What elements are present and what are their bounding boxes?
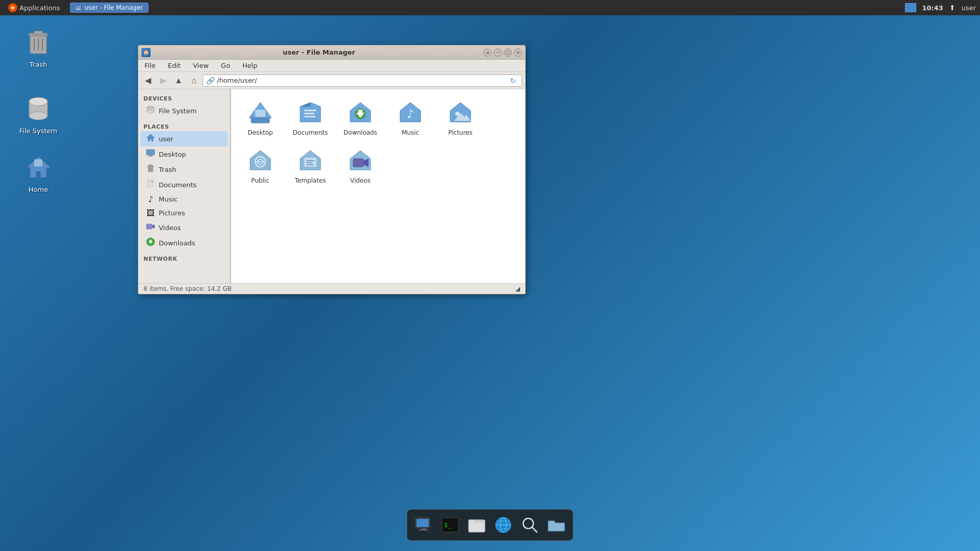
sidebar-item-documents[interactable]: Documents [140, 177, 228, 192]
svg-rect-17 [148, 166, 153, 172]
desktop-file-icon [246, 98, 275, 127]
svg-rect-18 [148, 165, 154, 167]
desktop-sidebar-icon [145, 148, 156, 160]
refresh-button[interactable]: ↻ [507, 75, 519, 86]
sidebar-item-trash[interactable]: Trash [140, 162, 228, 177]
svg-rect-16 [148, 156, 153, 157]
trash-icon [22, 26, 55, 59]
sidebar-item-user[interactable]: user [140, 131, 228, 146]
downloads-file-name: Downloads [344, 129, 377, 136]
clock: 10:43 [922, 4, 943, 12]
fm-files-area: Desktop Documents [231, 89, 525, 283]
svg-point-13 [147, 110, 154, 113]
file-item-music[interactable]: ♪ Music [387, 95, 433, 139]
svg-rect-29 [255, 110, 265, 117]
documents-sidebar-icon [145, 179, 156, 190]
taskbar-window-label: user - File Manager [84, 4, 143, 11]
status-text: 8 items, Free space: 14.2 GB [143, 285, 232, 292]
top-panel-left: ❖ Applications 🗂 user - File Manager [4, 2, 149, 13]
menu-edit[interactable]: Edit [166, 61, 183, 70]
downloads-file-icon [346, 98, 375, 127]
address-text: /home/user/ [217, 77, 505, 84]
svg-rect-19 [149, 164, 152, 165]
menu-go[interactable]: Go [219, 61, 232, 70]
filesystem-sidebar-label: File System [159, 107, 197, 115]
filesystem-icon [22, 92, 55, 125]
filesystem-sidebar-icon [145, 105, 156, 116]
file-item-videos[interactable]: Videos [337, 143, 383, 187]
dock-screen[interactable] [411, 513, 436, 537]
file-item-desktop[interactable]: Desktop [237, 95, 283, 139]
videos-file-name: Videos [350, 177, 371, 184]
dock-terminal[interactable]: $_ [438, 513, 462, 537]
svg-rect-49 [419, 530, 428, 531]
trash-sidebar-label: Trash [159, 166, 176, 173]
file-item-templates[interactable]: Templates [287, 143, 333, 187]
svg-rect-47 [416, 519, 429, 527]
svg-rect-24 [146, 224, 152, 229]
applications-menu[interactable]: ❖ Applications [4, 2, 64, 13]
desktop-icon-filesystem[interactable]: File System [15, 89, 61, 138]
address-icon: 🔗 [206, 77, 215, 85]
fm-minimize-btn[interactable]: ─ [494, 48, 502, 57]
svg-rect-32 [304, 116, 315, 117]
sidebar-item-downloads[interactable]: Downloads [140, 235, 228, 251]
fm-maximize-btn[interactable]: □ [504, 48, 512, 57]
file-item-downloads[interactable]: Downloads [337, 95, 383, 139]
fm-title: user - File Manager [155, 48, 483, 56]
filesystem-label: File System [19, 127, 57, 135]
network-icon: ⬆ [949, 4, 955, 12]
trash-label: Trash [30, 61, 47, 68]
desktop-icon-home[interactable]: Home [15, 148, 61, 196]
public-file-icon [246, 146, 275, 175]
templates-file-name: Templates [295, 177, 326, 184]
pictures-file-icon [446, 98, 475, 127]
fm-menubar: File Edit View Go Help [138, 60, 525, 72]
sidebar-item-videos[interactable]: Videos [140, 220, 228, 235]
address-bar[interactable]: 🔗 /home/user/ ↻ [203, 74, 522, 87]
documents-file-icon [296, 98, 325, 127]
file-item-documents[interactable]: Documents [287, 95, 333, 139]
dock-folder[interactable] [544, 513, 569, 537]
sidebar-item-music[interactable]: ♪ Music [140, 192, 228, 206]
dock-search[interactable] [518, 513, 542, 537]
menu-view[interactable]: View [191, 61, 211, 70]
fm-sidebar: DEVICES File System PLACES [138, 89, 230, 283]
documents-sidebar-label: Documents [159, 181, 197, 189]
fm-main: DEVICES File System PLACES [138, 89, 525, 283]
dock-browser[interactable] [491, 513, 516, 537]
file-manager-window: 🏠 user - File Manager ◂ ─ □ ✕ File Edit … [138, 45, 526, 294]
svg-rect-40 [304, 158, 316, 167]
file-item-public[interactable]: Public [237, 143, 283, 187]
sidebar-item-filesystem[interactable]: File System [140, 103, 228, 118]
svg-rect-31 [304, 113, 314, 114]
home-button[interactable]: ⌂ [187, 74, 201, 87]
sidebar-item-desktop[interactable]: Desktop [140, 146, 228, 162]
forward-button[interactable]: ▶ [157, 74, 170, 87]
taskbar-window-button[interactable]: 🗂 user - File Manager [70, 3, 149, 13]
dock-files[interactable] [464, 513, 489, 537]
templates-file-icon [296, 146, 325, 175]
menu-file[interactable]: File [142, 61, 158, 70]
svg-rect-10 [34, 159, 42, 166]
home-folder-icon [22, 151, 55, 184]
desktop-icon-trash[interactable]: Trash [15, 23, 61, 71]
desktop-file-name: Desktop [248, 129, 273, 136]
back-button[interactable]: ◀ [141, 74, 155, 87]
fm-nav-btn[interactable]: ◂ [483, 48, 492, 57]
bottom-dock: $_ [407, 509, 573, 541]
up-button[interactable]: ▲ [172, 74, 185, 87]
fm-close-btn[interactable]: ✕ [514, 48, 522, 57]
fm-titlebar[interactable]: 🏠 user - File Manager ◂ ─ □ ✕ [138, 45, 525, 60]
menu-help[interactable]: Help [240, 61, 260, 70]
music-sidebar-icon: ♪ [145, 194, 156, 204]
file-item-pictures[interactable]: Pictures [437, 95, 483, 139]
applications-icon: ❖ [8, 3, 17, 12]
fm-title-left: 🏠 [141, 48, 155, 57]
svg-point-9 [29, 97, 47, 106]
svg-rect-28 [251, 118, 270, 123]
network-section-title: NETWORK [138, 254, 230, 263]
music-sidebar-label: Music [159, 195, 178, 203]
sidebar-item-pictures[interactable]: 🖼 Pictures [140, 206, 228, 220]
svg-marker-25 [152, 224, 155, 229]
